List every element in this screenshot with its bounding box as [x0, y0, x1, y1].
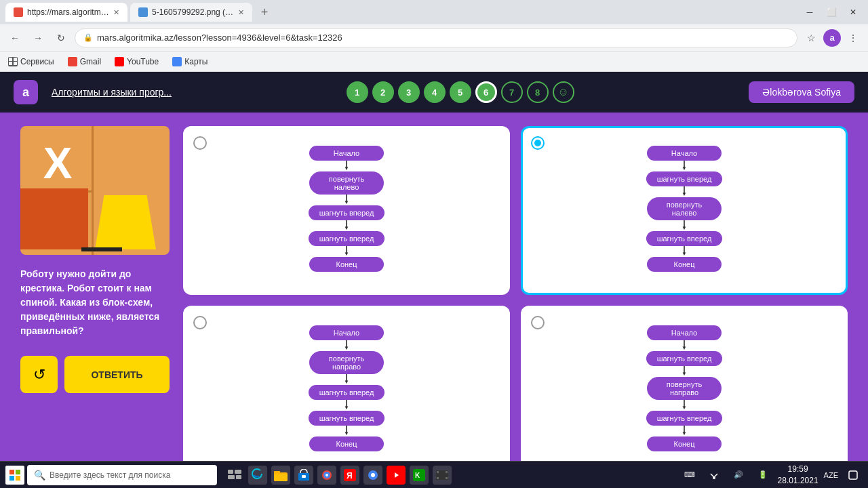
profile-avatar[interactable]: a: [823, 29, 841, 47]
bookmark-services[interactable]: Сервисы: [5, 56, 57, 68]
svg-rect-25: [437, 471, 439, 473]
battery-icon[interactable]: 🔋: [753, 466, 772, 485]
progress-dot-6[interactable]: 6: [475, 81, 497, 103]
app-logo: a: [14, 80, 38, 104]
svg-point-15: [326, 474, 328, 476]
address-bar[interactable]: 🔒 mars.algoritmika.az/lesson?lesson=4936…: [75, 28, 797, 47]
tab-favicon-2: [138, 7, 148, 17]
bookmark-gmail[interactable]: Gmail: [65, 56, 104, 68]
keyboard-icon[interactable]: ⌨: [680, 466, 699, 485]
search-icon: 🔍: [34, 470, 45, 481]
progress-dot-5[interactable]: 5: [450, 81, 471, 103]
progress-dot-4[interactable]: 4: [424, 81, 446, 103]
yandex-icon[interactable]: Я: [340, 466, 359, 485]
svg-rect-7: [236, 475, 241, 479]
back-button[interactable]: ←: [5, 28, 24, 47]
question-text: Роботу нужно дойти до крестика. Робот ст…: [20, 262, 170, 344]
taskbar-search[interactable]: 🔍 Введите здесь текст для поиска: [27, 465, 217, 485]
network-icon[interactable]: [705, 466, 724, 485]
option-card-3[interactable]: Начало повернутьнаправо шагнуть вперед ш…: [183, 306, 510, 474]
svg-rect-5: [235, 470, 241, 474]
svg-rect-3: [16, 476, 20, 481]
option-card-1[interactable]: Начало повернутьналево шагнуть вперед ша…: [183, 126, 510, 295]
address-text: mars.algoritmika.az/lesson?lesson=4936&l…: [97, 33, 342, 43]
refresh-button[interactable]: ↻: [52, 28, 71, 47]
option-card-4[interactable]: Начало шагнуть вперед повернутьнаправо ш…: [521, 306, 848, 474]
flow-block-2-3: повернутьнаправо: [309, 351, 384, 374]
kaspersky-icon[interactable]: K: [410, 466, 429, 485]
arrow-2a: [682, 161, 687, 171]
volume-icon[interactable]: 🔊: [729, 466, 748, 485]
progress-dot-7[interactable]: 7: [501, 81, 523, 103]
user-profile-button[interactable]: Əlokbərova Sofiya: [749, 81, 854, 103]
arrow-3b: [344, 374, 349, 385]
flow-block-4-2: шагнуть вперед: [646, 231, 723, 246]
chrome-icon[interactable]: [363, 466, 382, 485]
svg-rect-10: [274, 471, 280, 474]
arrow-2d: [682, 246, 687, 257]
progress-dot-smile[interactable]: ☺: [553, 81, 574, 103]
bookmark-star-button[interactable]: ☆: [802, 28, 821, 47]
tab-1[interactable]: https://mars.algoritmika.az/less... ✕: [5, 3, 127, 22]
svg-rect-4: [228, 470, 233, 474]
minimize-button[interactable]: ─: [800, 5, 819, 19]
bookmark-maps[interactable]: Карты: [170, 56, 210, 68]
browser-icon[interactable]: [317, 466, 336, 485]
tab-close-1[interactable]: ✕: [113, 8, 119, 17]
flow-block-start-3: Начало: [309, 325, 384, 340]
menu-button[interactable]: ⋮: [844, 28, 863, 47]
arrow-4c: [682, 400, 687, 411]
option-card-2[interactable]: Начало шагнуть вперед повернутьналево ша…: [521, 126, 848, 295]
store-icon[interactable]: [294, 466, 313, 485]
film-icon[interactable]: [433, 466, 452, 485]
flowchart-1: Начало повернутьналево шагнуть вперед ша…: [309, 146, 385, 272]
youtube-tb-icon[interactable]: [387, 466, 406, 485]
x-letter: X: [43, 138, 73, 188]
app-title[interactable]: Алгоритмы и языки прогр...: [52, 87, 172, 98]
progress-dot-3[interactable]: 3: [398, 81, 420, 103]
notification-icon[interactable]: [844, 466, 863, 485]
taskview-button[interactable]: [225, 466, 244, 485]
start-button[interactable]: [5, 466, 24, 485]
reset-button[interactable]: ↺: [20, 356, 58, 393]
progress-dot-2[interactable]: 2: [372, 81, 394, 103]
language-indicator[interactable]: AZE: [824, 471, 838, 479]
flow-block-2-4: шагнуть вперед: [646, 351, 723, 366]
taskbar: 🔍 Введите здесь текст для поиска Я: [0, 461, 868, 488]
edge-icon[interactable]: [248, 466, 267, 485]
radio-button-2[interactable]: [531, 136, 545, 150]
flowchart-2: Начало шагнуть вперед повернутьналево ша…: [646, 146, 723, 272]
arrow-4d: [682, 426, 687, 436]
left-panel: X Роботу нужно дойти до крестика. Робот …: [20, 126, 170, 474]
flowchart-3: Начало повернутьнаправо шагнуть вперед ш…: [309, 325, 385, 451]
orange-rect: [20, 188, 88, 249]
tab-2[interactable]: 5-1605799292.png (862×360) ✕: [130, 3, 252, 22]
file-explorer-icon[interactable]: [271, 466, 290, 485]
svg-rect-2: [9, 476, 14, 481]
bookmark-youtube[interactable]: YouTube: [112, 56, 161, 68]
flow-block-4-1: шагнуть вперед: [309, 231, 385, 246]
taskbar-search-text: Введите здесь текст для поиска: [50, 470, 170, 480]
new-tab-button[interactable]: +: [255, 3, 274, 22]
progress-dot-8[interactable]: 8: [527, 81, 549, 103]
tab-favicon-1: [14, 7, 23, 17]
answer-button[interactable]: ОТВЕТИТЬ: [64, 356, 170, 393]
close-button[interactable]: ✕: [844, 5, 863, 19]
svg-text:Я: Я: [347, 471, 353, 481]
gmail-icon: [68, 57, 77, 66]
radio-button-3[interactable]: [193, 316, 207, 329]
app-logo-letter: a: [22, 85, 29, 100]
time-display[interactable]: 19:59 28.01.2021: [778, 464, 818, 487]
progress-dot-1[interactable]: 1: [347, 81, 368, 103]
radio-button-4[interactable]: [531, 316, 545, 329]
tab-close-2[interactable]: ✕: [238, 8, 244, 17]
grid-icon: [8, 57, 18, 66]
maximize-button[interactable]: ⬜: [822, 5, 841, 19]
maps-icon: [172, 57, 182, 66]
title-bar: https://mars.algoritmika.az/less... ✕ 5-…: [0, 0, 868, 24]
svg-rect-1: [16, 470, 20, 474]
radio-button-1[interactable]: [193, 136, 207, 150]
arrow-4b: [682, 366, 687, 377]
forward-button[interactable]: →: [28, 28, 47, 47]
bookmark-youtube-label: YouTube: [127, 57, 159, 66]
